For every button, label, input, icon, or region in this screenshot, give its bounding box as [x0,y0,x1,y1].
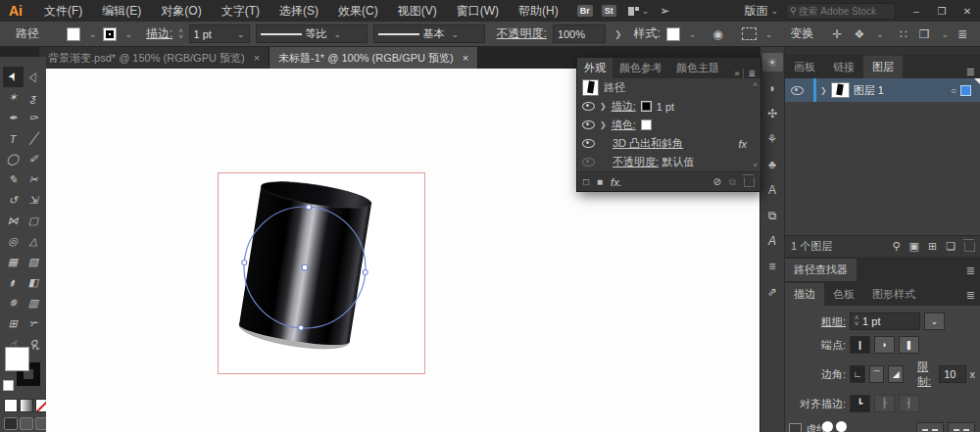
recolor-artwork-icon[interactable]: ◉ [710,27,725,41]
stroke-color-chip[interactable] [641,101,652,112]
width-tool[interactable]: ⋈ [3,211,24,231]
artboard[interactable] [218,172,425,374]
tab-appearance[interactable]: 外观 [577,58,612,78]
menu-edit[interactable]: 编辑(E) [92,3,151,20]
dash-preserve-button[interactable] [916,422,944,432]
appearance-stroke-row[interactable]: ❯ 描边: 1 pt [577,97,760,116]
visibility-eye-icon[interactable] [582,102,595,111]
document-arrange-chevron-icon[interactable]: ⌄ [941,29,949,39]
tab-close-icon[interactable]: × [254,52,260,64]
workspace-switcher[interactable]: 版面 [744,3,767,20]
anchor-point[interactable] [363,269,368,274]
appearance-item-row[interactable]: 路径 ˄ [577,78,760,97]
layer-row[interactable]: ❯ 图层 1 ○ [785,78,980,102]
menu-select[interactable]: 选择(S) [270,3,328,20]
style-swatch[interactable] [666,27,680,41]
chevron-right-icon[interactable]: ❯ [600,120,607,129]
opacity-label[interactable]: 不透明度: [497,25,547,42]
new-fill-icon[interactable]: ■ [597,176,603,187]
fill-link[interactable]: 填色: [612,118,636,132]
join-miter-button[interactable]: ∟ [850,365,865,383]
make-mask-icon[interactable]: ▣ [909,240,919,253]
character-panel-icon[interactable]: A [762,231,783,250]
center-point[interactable] [302,264,308,270]
shape-mode-icon[interactable]: ❖ [851,27,867,41]
stroke-chevron-icon[interactable]: ⌄ [125,29,133,39]
selection-tool[interactable]: ➤ [3,67,24,87]
stroke-weight-select[interactable]: 1 pt ⌄ [189,24,250,43]
duplicate-item-icon[interactable]: ⧉ [729,176,736,188]
magic-wand-tool[interactable]: ✶ [3,87,24,108]
perspective-grid-tool[interactable]: △ [24,231,44,252]
panel-menu-icon[interactable]: ≣ [966,289,980,306]
scale-tool[interactable]: ⇲ [24,190,44,211]
appearance-opacity-row[interactable]: 不透明度: 默认值 ˅ [577,153,760,171]
dashed-line-checkbox[interactable] [789,423,802,432]
shape-mode-chevron-icon[interactable]: ⌄ [876,29,884,39]
panel-menu-icon[interactable]: ≣ [966,264,980,281]
direct-selection-tool[interactable]: ▷ [24,67,44,87]
draw-normal-button[interactable] [4,417,18,430]
appearance-fill-row[interactable]: ❯ 填色: [577,116,760,134]
anchor-point[interactable] [242,260,247,264]
join-bevel-button[interactable]: ◢ [888,365,904,383]
curvature-tool[interactable]: ✑ [24,108,44,128]
blend-tool[interactable]: ◧ [24,272,44,293]
tab-layers[interactable]: 图层 [863,56,903,78]
menu-effect[interactable]: 效果(C) [328,3,388,20]
miter-limit-label[interactable]: 限制: [917,360,935,389]
panel-menu-icon[interactable]: ≣ [966,66,980,78]
tab-graphic-styles[interactable]: 图形样式 [863,283,924,306]
align-icon[interactable]: ✛ [829,27,845,41]
new-layer-icon[interactable]: ❏ [946,240,956,253]
tab-close-icon[interactable]: × [463,52,468,64]
visibility-eye-icon[interactable] [582,120,595,129]
bridge-button[interactable]: Br [577,5,593,17]
transform-link[interactable]: 变换 [790,25,813,42]
cap-butt-button[interactable]: ❙ [850,336,870,354]
scroll-down-icon[interactable]: ˅ [753,161,758,169]
align-inside-button[interactable]: ┠ [874,395,895,412]
menu-help[interactable]: 帮助(H) [509,3,568,20]
weight-field[interactable]: ˄˅ 1 pt [850,312,920,330]
minimize-button[interactable]: – [904,6,929,17]
color-button[interactable] [4,399,18,412]
layer-target-icon[interactable]: ○ [951,85,956,96]
pixel-grid-icon[interactable]: ∷ [897,27,910,41]
tab-pathfinder[interactable]: 路径查找器 [785,259,857,281]
select-similar-chevron-icon[interactable]: ⌄ [765,29,773,39]
panel-menu-icon[interactable]: ≣ [748,69,756,78]
cap-projecting-button[interactable]: ❚ [899,336,919,354]
symbol-sprayer-tool[interactable]: ✵ [3,293,24,313]
swap-fill-stroke-icon[interactable]: ↷ [32,344,40,354]
graphic-styles-panel-icon[interactable]: ◗ [762,78,783,97]
width-profile-select[interactable]: 等比 ⌄ [256,24,368,43]
line-segment-tool[interactable]: ╱ [24,128,44,149]
menu-window[interactable]: 窗口(W) [447,3,509,20]
layer-thumbnail[interactable] [831,82,850,98]
weight-dropdown-icon[interactable]: ⌄ [924,312,945,330]
column-graph-tool[interactable]: ▥ [24,293,44,313]
miter-limit-field[interactable]: 10 [939,365,965,383]
panel-expand-icon[interactable]: » [734,69,739,78]
gradient-tool[interactable]: ▧ [24,252,44,272]
scissors-tool[interactable]: ✂ [24,169,44,190]
shaper-tool[interactable]: ✎ [3,169,24,190]
fill-swatch-indicator[interactable] [5,347,29,371]
cap-round-button[interactable]: ◗ [874,336,895,354]
layer-expand-chevron-icon[interactable]: ❯ [820,86,827,95]
close-button[interactable]: ✕ [955,6,980,17]
stroke-weight-label[interactable]: 描边: [146,25,172,42]
anchor-point[interactable] [298,325,303,330]
scroll-up-icon[interactable]: ˄ [753,80,758,89]
select-similar-icon[interactable] [742,27,757,40]
free-transform-tool[interactable]: ▢ [24,211,44,231]
align-outside-button[interactable]: ┨ [899,395,919,412]
menu-view[interactable]: 视图(V) [388,3,447,20]
anchor-point[interactable] [306,205,311,210]
tab-links[interactable]: 链接 [824,56,863,78]
stroke-color-swatch[interactable] [103,27,117,41]
pen-tool[interactable]: ✒ [3,108,24,128]
stock-button[interactable]: St [602,5,616,17]
new-stroke-icon[interactable]: □ [583,176,589,187]
